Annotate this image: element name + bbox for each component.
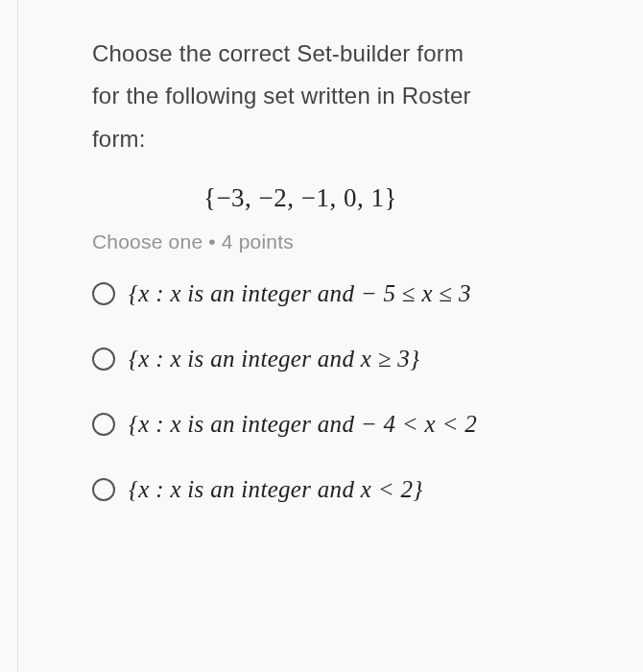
option-2[interactable]: {x : x is an integer and x ≥ 3} xyxy=(92,346,643,372)
prompt-line: for the following set written in Roster xyxy=(92,75,643,117)
radio-icon[interactable] xyxy=(92,413,115,436)
meta-separator: • xyxy=(208,230,216,252)
question-block: Choose the correct Set-builder form for … xyxy=(92,33,643,503)
option-text: {x : x is an integer and x < 2} xyxy=(129,476,423,503)
option-text: {x : x is an integer and − 5 ≤ x ≤ 3 xyxy=(129,280,471,307)
choose-one-label: Choose one xyxy=(92,230,202,252)
radio-icon[interactable] xyxy=(92,478,115,501)
prompt-line: form: xyxy=(92,118,643,160)
radio-icon[interactable] xyxy=(92,348,115,371)
quiz-page: Choose the correct Set-builder form for … xyxy=(0,0,643,672)
option-text: {x : x is an integer and − 4 < x < 2 xyxy=(129,411,477,438)
option-1[interactable]: {x : x is an integer and − 5 ≤ x ≤ 3 xyxy=(92,280,643,307)
option-4[interactable]: {x : x is an integer and x < 2} xyxy=(92,476,643,503)
points-label: 4 points xyxy=(222,230,294,252)
option-3[interactable]: {x : x is an integer and − 4 < x < 2 xyxy=(92,411,643,438)
roster-set-display: {−3, −2, −1, 0, 1} xyxy=(92,183,643,213)
option-text: {x : x is an integer and x ≥ 3} xyxy=(129,346,419,372)
options-list: {x : x is an integer and − 5 ≤ x ≤ 3 {x … xyxy=(92,280,643,503)
margin-rule xyxy=(17,0,18,672)
radio-icon[interactable] xyxy=(92,282,115,305)
question-prompt: Choose the correct Set-builder form for … xyxy=(92,33,643,160)
question-meta: Choose one•4 points xyxy=(92,230,643,253)
prompt-line: Choose the correct Set-builder form xyxy=(92,33,643,75)
